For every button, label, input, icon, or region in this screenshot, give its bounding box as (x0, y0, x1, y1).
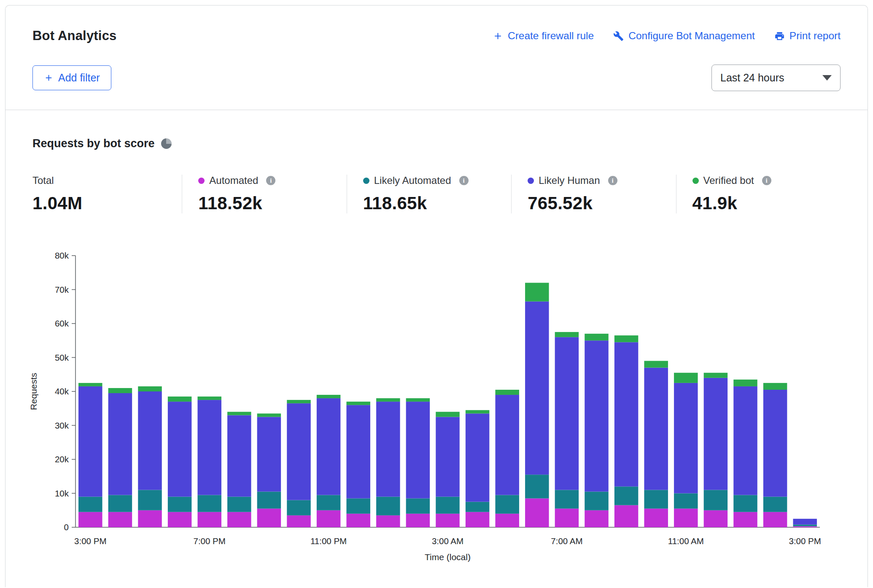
wrench-icon (613, 31, 624, 41)
svg-text:40k: 40k (55, 386, 69, 396)
create-firewall-rule-link[interactable]: Create firewall rule (493, 30, 594, 42)
stat-total: Total 1.04M (32, 175, 182, 213)
svg-text:7:00 PM: 7:00 PM (194, 536, 226, 546)
printer-icon (774, 31, 785, 41)
stat-likely-human-value: 765.52k (528, 193, 676, 213)
bot-analytics-card: Bot Analytics Create firewall rule Confi… (5, 5, 868, 587)
stat-verified-bot-label: Verified bot (703, 175, 754, 186)
svg-text:11:00 PM: 11:00 PM (310, 536, 347, 546)
svg-text:Requests: Requests (29, 373, 38, 410)
stat-total-label: Total (32, 175, 182, 186)
time-range-select[interactable]: Last 24 hours (711, 65, 841, 91)
svg-text:30k: 30k (55, 421, 69, 430)
stat-automated: Automated 118.52k (182, 175, 346, 213)
stacked-bar-chart[interactable]: 010k20k30k40k50k60k70k80k3:00 PM7:00 PM1… (26, 246, 844, 571)
card-header: Bot Analytics Create firewall rule Confi… (5, 5, 868, 110)
card-body: Requests by bot score Total 1.04M Automa… (5, 110, 868, 571)
svg-text:60k: 60k (55, 318, 69, 328)
print-report-link[interactable]: Print report (774, 30, 841, 42)
svg-text:3:00 AM: 3:00 AM (432, 536, 463, 546)
stat-likely-automated-label: Likely Automated (374, 175, 451, 186)
svg-text:20k: 20k (55, 454, 69, 464)
svg-text:Time (local): Time (local) (425, 552, 471, 562)
info-icon[interactable] (459, 176, 469, 185)
stat-total-value: 1.04M (32, 193, 182, 213)
requests-by-bot-score-chart[interactable]: 010k20k30k40k50k60k70k80k3:00 PM7:00 PM1… (26, 246, 841, 571)
svg-text:80k: 80k (55, 251, 69, 260)
likely-automated-legend-dot (363, 178, 369, 184)
automated-legend-dot (198, 178, 205, 184)
info-icon[interactable] (266, 176, 275, 185)
svg-text:3:00 PM: 3:00 PM (789, 536, 821, 546)
stats-row: Total 1.04M Automated 118.52k Likely Aut… (32, 175, 841, 213)
info-icon[interactable] (608, 176, 617, 185)
chevron-down-icon (822, 75, 832, 81)
section-header: Requests by bot score (32, 137, 841, 150)
verified-bot-legend-dot (692, 178, 699, 184)
svg-text:7:00 AM: 7:00 AM (551, 536, 582, 546)
svg-text:0: 0 (64, 522, 69, 532)
page-title: Bot Analytics (32, 28, 117, 43)
plus-icon (493, 31, 503, 41)
svg-text:70k: 70k (55, 285, 69, 294)
time-range-value: Last 24 hours (720, 72, 784, 84)
pie-chart-icon (161, 138, 172, 149)
stat-verified-bot: Verified bot 41.9k (676, 175, 841, 213)
filter-row: Add filter Last 24 hours (32, 65, 841, 91)
header-actions: Create firewall rule Configure Bot Manag… (493, 30, 841, 42)
svg-text:3:00 PM: 3:00 PM (74, 536, 106, 546)
stat-likely-human-label: Likely Human (539, 175, 600, 186)
stat-likely-human: Likely Human 765.52k (511, 175, 676, 213)
section-title: Requests by bot score (32, 137, 155, 150)
stat-verified-bot-value: 41.9k (692, 193, 841, 213)
create-firewall-rule-label: Create firewall rule (508, 30, 594, 42)
configure-bot-management-label: Configure Bot Management (628, 30, 755, 42)
header-top-row: Bot Analytics Create firewall rule Confi… (32, 28, 841, 43)
likely-human-legend-dot (528, 178, 534, 184)
svg-text:11:00 AM: 11:00 AM (668, 536, 704, 546)
stat-automated-label: Automated (209, 175, 258, 186)
svg-text:50k: 50k (55, 353, 69, 362)
add-filter-button[interactable]: Add filter (32, 65, 111, 90)
stat-likely-automated: Likely Automated 118.65k (347, 175, 511, 213)
print-report-label: Print report (789, 30, 841, 42)
stat-likely-automated-value: 118.65k (363, 193, 511, 213)
info-icon[interactable] (762, 176, 771, 185)
stat-automated-value: 118.52k (198, 193, 346, 213)
add-filter-label: Add filter (58, 72, 100, 84)
plus-icon (44, 73, 54, 83)
configure-bot-management-link[interactable]: Configure Bot Management (613, 30, 755, 42)
svg-text:10k: 10k (55, 488, 69, 498)
